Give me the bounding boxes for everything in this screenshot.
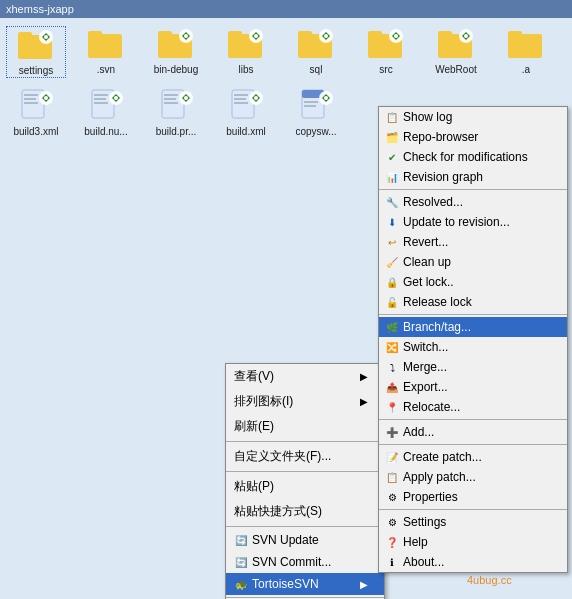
svn-release-lock[interactable]: 🔓 Release lock	[379, 292, 567, 312]
release-lock-icon: 🔓	[385, 295, 399, 309]
folder-svn-label: .svn	[97, 64, 115, 76]
file-icon-row-top: settings .svn bin	[6, 26, 566, 78]
help-icon: ❓	[385, 535, 399, 549]
svn-merge[interactable]: ⤵ Merge...	[379, 357, 567, 377]
svn-branch-tag-label: Branch/tag...	[403, 320, 471, 334]
file-build-nu[interactable]: build.nu...	[76, 88, 136, 138]
svn-revert[interactable]: ↩ Revert...	[379, 232, 567, 252]
folder-webroot[interactable]: WebRoot	[426, 26, 486, 76]
svn-switch[interactable]: 🔀 Switch...	[379, 337, 567, 357]
svn-repo-browser[interactable]: 🗂️ Repo-browser	[379, 127, 567, 147]
right-context-menu: 📋 Show log 🗂️ Repo-browser ✔ Check for m…	[378, 106, 568, 573]
svg-rect-7	[158, 31, 172, 37]
svn-relocate[interactable]: 📍 Relocate...	[379, 397, 567, 417]
file-build-pr-label: build.pr...	[156, 126, 197, 138]
svg-text:4ubug.cc: 4ubug.cc	[467, 574, 512, 586]
svn-settings[interactable]: ⚙ Settings	[379, 512, 567, 532]
menu-paste[interactable]: 粘贴(P)	[226, 474, 384, 499]
revision-graph-icon: 📊	[385, 170, 399, 184]
svn-apply-patch[interactable]: 📋 Apply patch...	[379, 467, 567, 487]
svn-help[interactable]: ❓ Help	[379, 532, 567, 552]
svn-update-revision[interactable]: ⬇ Update to revision...	[379, 212, 567, 232]
svg-rect-19	[368, 31, 382, 37]
menu-arrange[interactable]: 排列图标(I) ▶	[226, 389, 384, 414]
menu-svn-update-label: SVN Update	[252, 533, 319, 547]
file-copysw[interactable]: copysw...	[286, 88, 346, 138]
svg-point-39	[114, 96, 118, 100]
svn-about[interactable]: ℹ About...	[379, 552, 567, 572]
svn-merge-label: Merge...	[403, 360, 447, 374]
sep2	[226, 471, 384, 472]
file-build-pr[interactable]: build.pr...	[146, 88, 206, 138]
svn-add-label: Add...	[403, 425, 434, 439]
svg-rect-31	[24, 102, 38, 104]
folder-bin-debug-label: bin-debug	[154, 64, 198, 76]
svn-resolved[interactable]: 🔧 Resolved...	[379, 192, 567, 212]
file-copysw-label: copysw...	[295, 126, 336, 138]
menu-paste-shortcut[interactable]: 粘贴快捷方式(S)	[226, 499, 384, 524]
folder-libs[interactable]: libs	[216, 26, 276, 76]
menu-tortoise[interactable]: 🐢 TortoiseSVN ▶	[226, 573, 384, 595]
folder-webroot-label: WebRoot	[435, 64, 477, 76]
update-revision-icon: ⬇	[385, 215, 399, 229]
folder-a[interactable]: .a	[496, 26, 556, 76]
file-build3[interactable]: build3.xml	[6, 88, 66, 138]
svn-sep3	[379, 419, 567, 420]
svn-branch-tag[interactable]: 🌿 Branch/tag...	[379, 317, 567, 337]
svn-revision-graph[interactable]: 📊 Revision graph	[379, 167, 567, 187]
menu-view[interactable]: 查看(V) ▶	[226, 364, 384, 389]
svn-get-lock[interactable]: 🔒 Get lock..	[379, 272, 567, 292]
settings-icon: ⚙	[385, 515, 399, 529]
file-build-xml[interactable]: build.xml	[216, 88, 276, 138]
svg-rect-49	[234, 102, 248, 104]
svg-rect-41	[164, 94, 178, 96]
export-icon: 📤	[385, 380, 399, 394]
svn-revision-graph-label: Revision graph	[403, 170, 483, 184]
resolved-icon: 🔧	[385, 195, 399, 209]
menu-svn-commit[interactable]: 🔄 SVN Commit...	[226, 551, 384, 573]
folder-bin-debug[interactable]: bin-debug	[146, 26, 206, 76]
svg-rect-1	[18, 32, 32, 38]
relocate-icon: 📍	[385, 400, 399, 414]
svn-create-patch[interactable]: 📝 Create patch...	[379, 447, 567, 467]
menu-svn-update[interactable]: 🔄 SVN Update	[226, 529, 384, 551]
menu-refresh[interactable]: 刷新(E)	[226, 414, 384, 439]
svg-rect-29	[24, 94, 38, 96]
svn-export[interactable]: 📤 Export...	[379, 377, 567, 397]
switch-icon: 🔀	[385, 340, 399, 354]
folder-svn[interactable]: .svn	[76, 26, 136, 76]
svg-point-21	[394, 34, 398, 38]
svn-help-label: Help	[403, 535, 428, 549]
svn-cleanup[interactable]: 🧹 Clean up	[379, 252, 567, 272]
svn-repo-browser-label: Repo-browser	[403, 130, 478, 144]
menu-paste-shortcut-label: 粘贴快捷方式(S)	[234, 503, 322, 520]
get-lock-icon: 🔒	[385, 275, 399, 289]
tortoise-icon: 🐢	[234, 577, 248, 591]
svn-update-revision-label: Update to revision...	[403, 215, 510, 229]
svg-rect-15	[298, 31, 312, 37]
svg-rect-23	[438, 31, 452, 37]
svn-check-modifications[interactable]: ✔ Check for modifications	[379, 147, 567, 167]
repo-browser-icon: 🗂️	[385, 130, 399, 144]
folder-src[interactable]: src	[356, 26, 416, 76]
folder-sql[interactable]: sql	[286, 26, 346, 76]
svn-add[interactable]: ➕ Add...	[379, 422, 567, 442]
svn-sep5	[379, 509, 567, 510]
file-build3-label: build3.xml	[13, 126, 58, 138]
revert-icon: ↩	[385, 235, 399, 249]
menu-refresh-label: 刷新(E)	[234, 418, 274, 435]
folder-settings[interactable]: settings	[6, 26, 66, 78]
svg-point-51	[254, 96, 258, 100]
svg-point-25	[464, 34, 468, 38]
svg-rect-48	[234, 98, 246, 100]
svn-show-log[interactable]: 📋 Show log	[379, 107, 567, 127]
svg-rect-27	[508, 31, 522, 37]
menu-customize[interactable]: 自定义文件夹(F)...	[226, 444, 384, 469]
svn-get-lock-label: Get lock..	[403, 275, 454, 289]
check-modifications-icon: ✔	[385, 150, 399, 164]
svg-rect-37	[94, 102, 108, 104]
properties-icon: ⚙	[385, 490, 399, 504]
menu-tortoise-label: TortoiseSVN	[252, 577, 319, 591]
svn-properties[interactable]: ⚙ Properties	[379, 487, 567, 507]
folder-sql-label: sql	[310, 64, 323, 76]
